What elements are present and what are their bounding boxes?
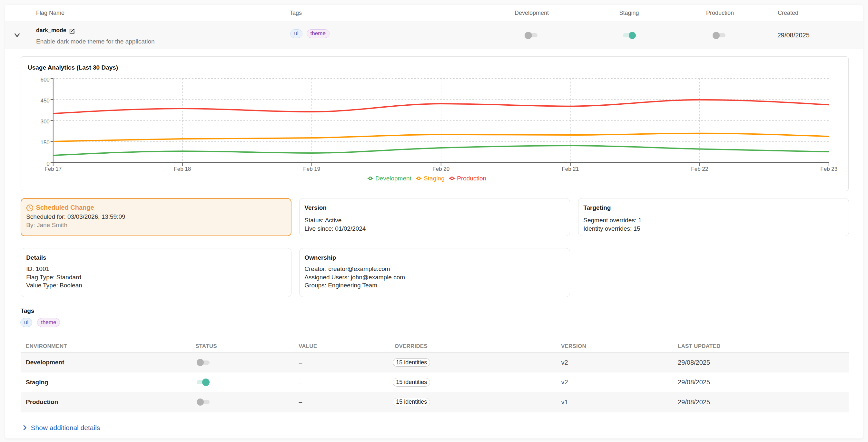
- svg-text:600: 600: [40, 77, 49, 83]
- svg-text:300: 300: [40, 118, 49, 125]
- svg-text:Feb 21: Feb 21: [562, 166, 579, 172]
- svg-text:Feb 18: Feb 18: [174, 166, 191, 172]
- svg-text:Development: Development: [375, 175, 412, 182]
- svg-text:Feb 17: Feb 17: [44, 166, 62, 172]
- svg-text:Feb 23: Feb 23: [820, 166, 837, 172]
- svg-text:Production: Production: [457, 175, 486, 182]
- svg-text:Feb 22: Feb 22: [691, 166, 708, 172]
- svg-text:Staging: Staging: [424, 175, 444, 182]
- svg-text:450: 450: [40, 98, 49, 104]
- svg-text:Feb 19: Feb 19: [303, 166, 320, 172]
- svg-text:Feb 20: Feb 20: [432, 166, 450, 172]
- svg-text:150: 150: [40, 139, 49, 146]
